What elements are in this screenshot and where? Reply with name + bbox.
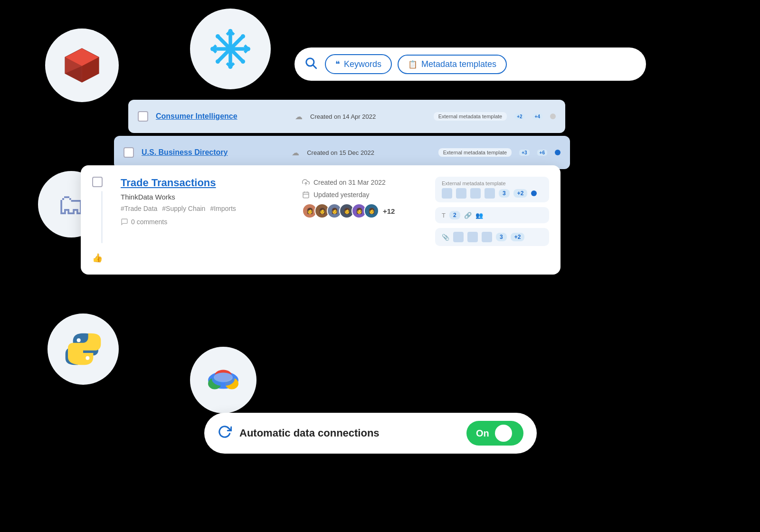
cloud-upload-icon [302,179,310,186]
card-main: 👍 Trade Transactions ThinkData Works #Tr… [81,165,560,275]
metadata-block-3: 📎 3 +2 [435,228,549,246]
tag-count: 2 [449,211,460,219]
like-icon[interactable]: 👍 [92,253,103,263]
thumb-1 [442,188,452,199]
consumer-template: External metadata template [434,112,507,121]
svg-point-21 [77,338,81,342]
thumb-4 [484,188,495,199]
metadata-pill[interactable]: 📋 Metadata templates [398,55,507,74]
keywords-pill[interactable]: ❝ Keywords [325,54,392,74]
search-icon [304,56,317,73]
card-consumer[interactable]: Consumer Intelligence ☁ Created on 14 Ap… [128,100,565,133]
template-label-1: External metadata template [442,180,542,186]
metadata-block-1: External metadata template 3 +2 [435,177,549,202]
gcloud-circle [190,347,256,413]
blue-dot-1 [531,190,537,196]
attach-2 [467,232,478,242]
tag-3: #Imports [210,205,236,212]
snowflake-circle [190,9,271,89]
tag-1: #Trade Data [121,205,157,212]
avatar-6: 👩 [364,203,379,218]
quote-icon: ❝ [335,59,340,69]
business-badge2: +6 [537,150,547,156]
business-title[interactable]: U.S. Business Directory [142,148,228,157]
svg-point-6 [241,34,245,38]
svg-point-7 [216,59,220,64]
avatar-count: +12 [383,207,395,215]
business-upload-icon: ☁ [292,148,299,157]
refresh-icon [218,425,232,442]
attachment-count: 3 [496,233,507,241]
svg-line-30 [313,65,316,68]
gcloud-icon [204,366,242,394]
main-created: Created on 31 Mar 2022 [314,179,386,186]
main-checkbox[interactable] [92,177,103,187]
python-circle [48,314,119,385]
upload-icon: ☁ [295,112,303,121]
svg-point-28 [214,373,233,382]
comment-icon [121,218,128,226]
business-created: Created on 15 Dec 2022 [307,149,374,156]
svg-point-22 [86,356,89,360]
metadata-icon: 📋 [408,60,418,69]
python-icon [64,330,102,368]
thumb-3 [470,188,481,199]
toggle-label: Automatic data connections [239,427,459,439]
main-updated: Updated yesterday [314,191,370,199]
consumer-dot [550,114,556,119]
attachment-plus: +2 [511,233,525,241]
svg-rect-32 [303,192,309,198]
badge-plus-1: +2 [513,189,528,198]
consumer-badge2: +4 [532,114,542,120]
comments-count: 0 comments [131,218,167,226]
badge-count-1: 3 [499,189,510,198]
toggle-switch[interactable]: On [466,421,523,446]
main-title[interactable]: Trade Transactions [121,177,293,189]
keywords-label: Keywords [344,59,381,69]
consumer-checkbox[interactable] [138,111,148,122]
redshift-icon [62,45,102,86]
metadata-label: Metadata templates [421,59,496,69]
toggle-knob [495,425,512,442]
consumer-created: Created on 14 Apr 2022 [310,113,376,120]
consumer-title[interactable]: Consumer Intelligence [156,112,238,121]
main-publisher: ThinkData Works [121,193,293,201]
business-badge1: +3 [519,150,529,156]
toggle-bar: Automatic data connections On [204,413,537,454]
consumer-badge1: +2 [514,114,524,120]
thumb-2 [456,188,466,199]
snowflake-icon [209,28,252,70]
business-template: External metadata template [438,148,512,157]
attach-3 [482,232,492,242]
metadata-block-2: T 2 🔗 👥 [435,207,549,223]
search-bar: ❝ Keywords 📋 Metadata templates [294,48,646,81]
attach-1 [453,232,464,242]
toggle-state: On [476,428,489,439]
redshift-circle [45,28,119,102]
business-checkbox[interactable] [124,147,134,158]
svg-point-4 [216,34,220,38]
tag-2: #Supply Chain [162,205,205,212]
card-business[interactable]: U.S. Business Directory ☁ Created on 15 … [114,136,570,169]
business-dot [555,150,560,155]
svg-point-5 [241,59,245,64]
calendar-icon [302,191,310,199]
